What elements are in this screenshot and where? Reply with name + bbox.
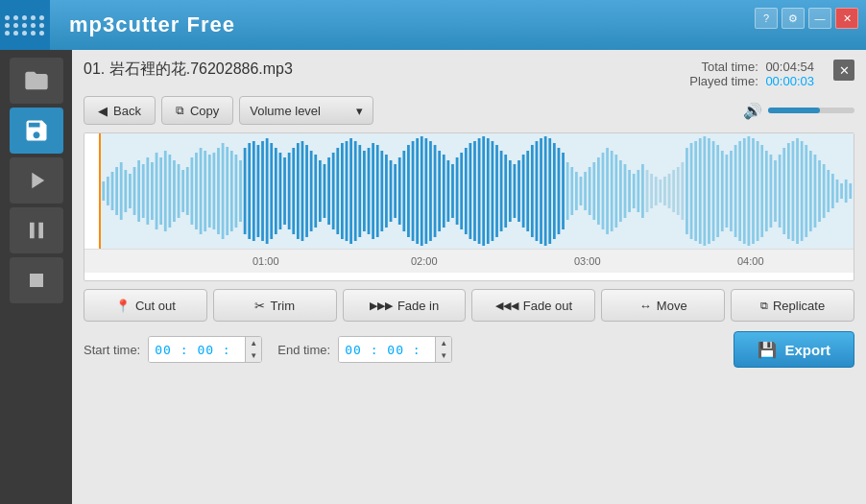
total-time-value: 00:04:54: [765, 60, 814, 74]
copy-button[interactable]: ⧉ Copy: [161, 96, 233, 125]
copy-icon: ⧉: [176, 104, 184, 117]
file-info: 01. 岩石裡的花.76202886.mp3 Total time: 00:04…: [84, 60, 854, 88]
fade-out-button[interactable]: ◀◀◀ Fade out: [471, 289, 595, 322]
toolbar: ◀ Back ⧉ Copy Volume level ▾ 🔊: [84, 96, 854, 125]
time-info: Total time: 00:04:54 Played time: 00:00:…: [689, 60, 814, 88]
settings-button[interactable]: ⚙: [782, 8, 805, 29]
window-controls: ? ⚙ — ✕: [755, 8, 858, 29]
close-button[interactable]: ✕: [835, 8, 858, 29]
time-marker-4: 04:00: [737, 255, 764, 267]
cut-out-label: Cut out: [135, 299, 176, 313]
start-time-spinner: ▲ ▼: [245, 337, 261, 362]
trim-label: Trim: [270, 299, 295, 313]
sidebar-open-button[interactable]: [10, 58, 63, 104]
sidebar-pause-button[interactable]: [10, 207, 63, 253]
file-name: 01. 岩石裡的花.76202886.mp3: [84, 60, 293, 80]
dropdown-arrow-icon: ▾: [356, 104, 363, 118]
end-time-up[interactable]: ▲: [436, 337, 451, 349]
replicate-button[interactable]: ⧉ Replicate: [731, 289, 854, 322]
cut-out-button[interactable]: 📍 Cut out: [84, 289, 207, 322]
close-file-button[interactable]: ✕: [833, 60, 854, 81]
minimize-button[interactable]: —: [808, 8, 831, 29]
played-time-value: 00:00:03: [765, 74, 814, 88]
move-label: Move: [657, 299, 687, 313]
total-time-label: Total time:: [702, 60, 758, 74]
help-button[interactable]: ?: [755, 8, 778, 29]
sidebar: [0, 50, 72, 504]
volume-icon: 🔊: [743, 102, 762, 120]
move-icon: ↔: [639, 299, 652, 313]
cut-out-icon: 📍: [115, 299, 131, 313]
sidebar-stop-button[interactable]: [10, 257, 63, 303]
replicate-label: Replicate: [773, 299, 825, 313]
time-marker-2: 02:00: [411, 255, 438, 267]
time-marker-3: 03:00: [574, 255, 601, 267]
end-time-input-group: ▲ ▼: [338, 336, 452, 363]
action-buttons: 📍 Cut out ✂ Trim ▶▶▶ Fade in ◀◀◀ Fade ou…: [84, 289, 854, 322]
waveform-canvas: [84, 133, 854, 249]
start-time-down[interactable]: ▼: [246, 349, 261, 362]
start-time-label: Start time:: [84, 343, 140, 357]
volume-control: 🔊: [743, 102, 854, 120]
end-time-field: End time: ▲ ▼: [277, 336, 452, 363]
fade-in-button[interactable]: ▶▶▶ Fade in: [343, 289, 467, 322]
title-bar: mp3cutter Free ? ⚙ — ✕: [0, 0, 866, 50]
fade-in-icon: ▶▶▶: [370, 300, 393, 312]
volume-dropdown[interactable]: Volume level ▾: [239, 96, 373, 125]
app-logo: [0, 0, 50, 50]
fade-out-label: Fade out: [523, 299, 572, 313]
waveform-container[interactable]: 01:00 02:00 03:00 04:00: [84, 132, 854, 281]
volume-slider[interactable]: [768, 108, 854, 113]
export-label: Export: [784, 342, 830, 358]
back-icon: ◀: [98, 104, 108, 118]
played-time-label: Played time:: [689, 74, 758, 88]
waveform-timeline: 01:00 02:00 03:00 04:00: [84, 249, 854, 273]
content-area: 01. 岩石裡的花.76202886.mp3 Total time: 00:04…: [72, 50, 866, 504]
start-time-field: Start time: ▲ ▼: [84, 336, 262, 363]
end-time-label: End time:: [277, 343, 330, 357]
export-icon: 💾: [758, 341, 777, 359]
back-button[interactable]: ◀ Back: [84, 96, 156, 125]
back-label: Back: [113, 104, 141, 118]
trim-icon: ✂: [254, 299, 265, 313]
bottom-row: Start time: ▲ ▼ End time: ▲: [84, 331, 854, 368]
sidebar-play-button[interactable]: [10, 157, 63, 204]
selection-area: [99, 133, 854, 249]
time-marker-1: 01:00: [253, 255, 279, 267]
copy-label: Copy: [190, 104, 219, 118]
app-title: mp3cutter Free: [69, 12, 235, 37]
end-time-down[interactable]: ▼: [436, 349, 451, 362]
start-time-input-group: ▲ ▼: [148, 336, 262, 363]
start-time-input[interactable]: [149, 337, 245, 362]
playhead: [99, 133, 101, 249]
fade-in-label: Fade in: [397, 299, 439, 313]
end-time-input[interactable]: [339, 337, 435, 362]
main-container: 01. 岩石裡的花.76202886.mp3 Total time: 00:04…: [0, 50, 866, 504]
time-inputs: Start time: ▲ ▼ End time: ▲: [84, 336, 452, 363]
export-button[interactable]: 💾 Export: [734, 331, 854, 368]
move-button[interactable]: ↔ Move: [601, 289, 725, 322]
replicate-icon: ⧉: [760, 300, 768, 312]
start-time-up[interactable]: ▲: [246, 337, 261, 349]
volume-dropdown-label: Volume level: [250, 104, 321, 118]
sidebar-save-button[interactable]: [10, 108, 63, 154]
trim-button[interactable]: ✂ Trim: [213, 289, 337, 322]
fade-out-icon: ◀◀◀: [495, 300, 518, 312]
volume-fill: [768, 108, 820, 113]
end-time-spinner: ▲ ▼: [435, 337, 451, 362]
